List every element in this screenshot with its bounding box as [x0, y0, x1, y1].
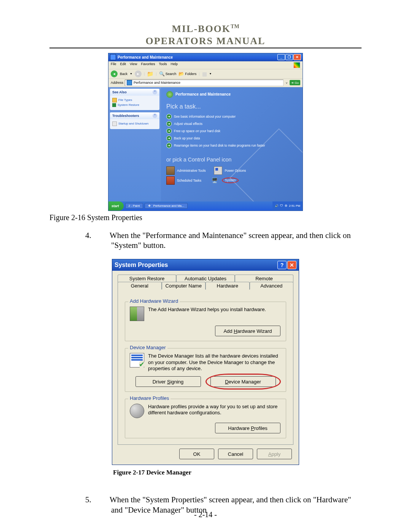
btn-label: Device Manager — [225, 379, 261, 385]
help-button[interactable]: ? — [277, 261, 287, 269]
header-rule — [49, 48, 362, 48]
system-restore-label: System Restore — [118, 103, 139, 107]
device-manager-button[interactable]: Device Manager — [210, 376, 276, 387]
menu-file[interactable]: File — [111, 62, 116, 68]
cancel-button[interactable]: Cancel — [218, 449, 253, 459]
window-titlebar: Performance and Maintenance _ ❐ ✕ — [108, 53, 303, 61]
cp-power-options[interactable]: Power Options — [214, 166, 246, 175]
tab-advanced[interactable]: Advanced — [250, 282, 294, 290]
tab-general[interactable]: General — [118, 282, 162, 290]
address-input[interactable]: Performance and Maintenance — [125, 80, 284, 86]
tab-computer-name[interactable]: Computer Name — [162, 282, 206, 290]
menu-view[interactable]: View — [130, 62, 137, 68]
driver-signing-button[interactable]: Driver Signing — [135, 376, 201, 387]
views-icon[interactable]: ▦ — [202, 71, 207, 77]
menu-help[interactable]: Help — [170, 62, 178, 68]
collapse-icon[interactable]: ˄ — [153, 113, 157, 118]
go-icon: ➜ — [291, 81, 294, 85]
arrow-icon: ➜ — [166, 143, 172, 148]
system-properties-dialog: System Properties ? ✕ System Restore Aut… — [112, 259, 299, 465]
menu-edit[interactable]: Edit — [120, 62, 126, 68]
device-manager-group: Device Manager The Device Manager lists … — [125, 348, 286, 392]
group-description: The Add Hardware Wizard helps you instal… — [148, 307, 281, 321]
hardware-profiles-button[interactable]: Hardware Profiles — [215, 423, 280, 433]
task-icon: ❖ — [148, 204, 151, 208]
maximize-button[interactable]: ❐ — [285, 54, 293, 60]
taskbar-paint[interactable]: 2 - Paint — [125, 203, 143, 209]
step-number: 5. — [98, 495, 110, 505]
task-label: Adjust visual effects — [174, 122, 202, 126]
tab-system-restore[interactable]: System Restore — [118, 275, 176, 282]
back-icon[interactable]: ◄ — [111, 70, 118, 77]
power-options-icon — [214, 166, 222, 175]
windows-flag-icon — [293, 62, 300, 68]
apply-button[interactable]: Apply — [257, 449, 292, 459]
doc-header: MIL-BOOKTM OPERATORS MANUAL — [49, 23, 362, 47]
category-title: Performance and Maintenance — [175, 92, 231, 96]
figure-16-caption: Figure 2-16 System Properties — [49, 213, 362, 222]
category-icon — [166, 91, 173, 98]
main-content: Performance and Maintenance Pick a task.… — [161, 87, 303, 201]
task-visual-effects[interactable]: ➜Adjust visual effects — [166, 121, 297, 126]
window-icon — [110, 54, 116, 60]
btn-label: Add Hardware Wizard — [223, 328, 272, 334]
address-dropdown-icon[interactable]: v — [285, 81, 288, 85]
cp-label: Administrative Tools — [177, 169, 206, 173]
system-restore-icon — [112, 103, 116, 107]
task-backup[interactable]: ➜Back up your data — [166, 136, 297, 141]
menu-tools[interactable]: Tools — [159, 62, 167, 68]
menu-bar: File Edit View Favorites Tools Help — [108, 61, 303, 69]
tab-remote[interactable]: Remote — [235, 275, 293, 282]
xp-window: Performance and Maintenance _ ❐ ✕ File E… — [108, 53, 303, 211]
file-types-icon — [112, 98, 117, 102]
taskbar-perf-maint[interactable]: ❖ Performance and Ma... — [145, 203, 188, 209]
task-label: Performance and Ma... — [153, 204, 184, 208]
go-label: Go — [295, 81, 299, 85]
task-basic-info[interactable]: ➜See basic information about your comput… — [166, 114, 297, 119]
cp-scheduled-tasks[interactable]: Scheduled Tasks — [166, 176, 201, 185]
doc-subtitle: OPERATORS MANUAL — [49, 35, 362, 47]
hardware-profiles-icon — [130, 404, 144, 418]
tray-icon[interactable]: 🛡 — [280, 204, 283, 208]
close-button[interactable]: ✕ — [287, 261, 296, 269]
add-hardware-wizard-button[interactable]: Add Hardware Wizard — [215, 326, 280, 336]
tray-icon[interactable]: 🔊 — [275, 204, 279, 208]
startup-label: Startup and Shutdown — [118, 122, 148, 125]
minimize-button[interactable]: _ — [277, 54, 285, 60]
cp-label-system-circled: System — [222, 177, 239, 183]
sidebar-link-startup-shutdown[interactable]: Startup and Shutdown — [112, 121, 157, 126]
start-button[interactable]: start — [108, 201, 124, 211]
add-hardware-wizard-group: Add Hardware Wizard The Add Hardware Wiz… — [125, 302, 286, 341]
forward-icon[interactable]: ► — [135, 70, 142, 77]
group-description: Hardware profiles provide a way for you … — [148, 404, 281, 418]
hardware-profiles-group: Hardware Profiles Hardware profiles prov… — [125, 399, 286, 438]
ok-button[interactable]: OK — [179, 449, 214, 459]
figure-17-caption: Figure 2-17 Device Manager — [113, 469, 362, 476]
trademark: TM — [231, 24, 239, 29]
menu-favorites[interactable]: Favorites — [141, 62, 155, 68]
sidebar-link-system-restore[interactable]: System Restore — [112, 103, 157, 107]
task-rearrange[interactable]: ➜Rearrange items on your hard disk to ma… — [166, 143, 297, 148]
group-legend: Add Hardware Wizard — [128, 298, 180, 304]
back-label[interactable]: Back — [120, 72, 127, 76]
hardware-wizard-icon — [130, 307, 144, 321]
cp-admin-tools[interactable]: Administrative Tools — [166, 166, 206, 175]
go-button[interactable]: ➜ Go — [290, 80, 300, 85]
up-folder-icon[interactable]: 📁 — [147, 71, 153, 77]
tab-automatic-updates[interactable]: Automatic Updates — [176, 275, 235, 282]
address-value: Performance and Maintenance — [134, 81, 180, 85]
task-label: Free up space on your hard disk — [174, 129, 220, 133]
tab-hardware[interactable]: Hardware — [206, 282, 250, 290]
collapse-icon[interactable]: ˄ — [153, 90, 157, 94]
close-button[interactable]: ✕ — [293, 54, 301, 60]
admin-tools-icon — [166, 166, 175, 175]
address-bar: Address Performance and Maintenance v ➜ … — [108, 79, 303, 87]
task-free-space[interactable]: ➜Free up space on your hard disk — [166, 128, 297, 134]
tray-icon[interactable]: ⚙ — [285, 204, 287, 208]
folders-button[interactable]: 📂 Folders — [178, 71, 196, 77]
search-button[interactable]: 🔍 Search — [159, 71, 177, 77]
step-4: 4.When the "Performance and Maintenance"… — [98, 230, 362, 251]
hardware-tab-panel: Add Hardware Wizard The Add Hardware Wiz… — [118, 289, 293, 445]
cp-system[interactable]: 🖥️ System — [210, 177, 239, 184]
sidebar-link-file-types[interactable]: File Types — [112, 98, 157, 102]
